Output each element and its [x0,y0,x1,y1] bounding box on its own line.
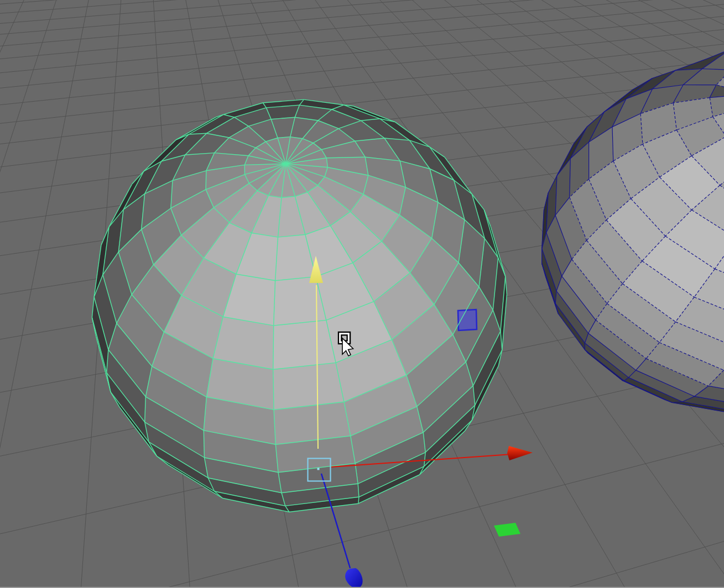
3d-viewport[interactable] [0,0,724,588]
viewport-canvas[interactable] [0,0,724,588]
pivot-point [317,468,320,470]
sphere-selected[interactable] [92,99,507,512]
